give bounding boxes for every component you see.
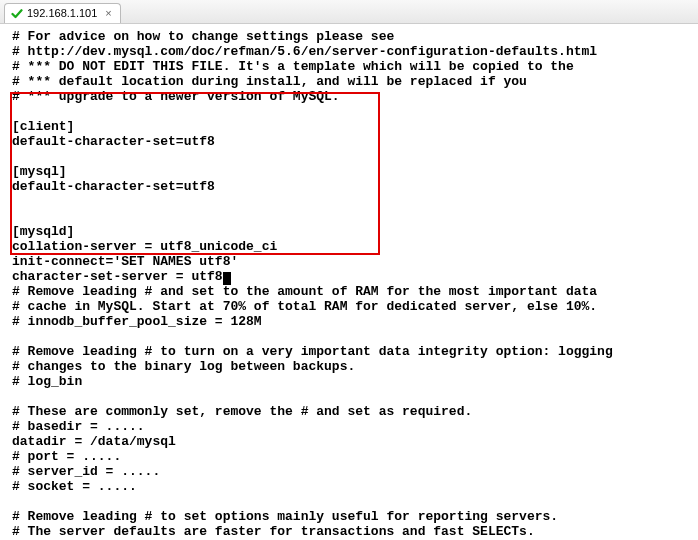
editor-line: [mysqld]	[12, 225, 686, 240]
editor-line: default-character-set=utf8	[12, 180, 686, 195]
editor-line: init-connect='SET NAMES utf8'	[12, 255, 686, 270]
editor-line: # basedir = .....	[12, 420, 686, 435]
editor-line: # Remove leading # to turn on a very imp…	[12, 345, 686, 360]
editor-line	[12, 495, 686, 510]
tab-title: 192.168.1.101	[27, 7, 97, 20]
editor-line: # log_bin	[12, 375, 686, 390]
editor-line: # Remove leading # to set options mainly…	[12, 510, 686, 525]
editor-line	[12, 195, 686, 210]
close-icon[interactable]: ×	[105, 7, 111, 20]
editor-line: # The server defaults are faster for tra…	[12, 525, 686, 540]
editor-line: # *** upgrade to a newer version of MySQ…	[12, 90, 686, 105]
editor-line: character-set-server = utf8	[12, 270, 686, 285]
editor-line: # changes to the binary log between back…	[12, 360, 686, 375]
editor-line: datadir = /data/mysql	[12, 435, 686, 450]
editor-line: # *** DO NOT EDIT THIS FILE. It's a temp…	[12, 60, 686, 75]
editor-line: collation-server = utf8_unicode_ci	[12, 240, 686, 255]
editor-line	[12, 330, 686, 345]
editor-line: # server_id = .....	[12, 465, 686, 480]
tab-session[interactable]: 192.168.1.101 ×	[4, 3, 121, 23]
editor-line: # port = .....	[12, 450, 686, 465]
editor-line: [client]	[12, 120, 686, 135]
editor-line: # cache in MySQL. Start at 70% of total …	[12, 300, 686, 315]
editor-viewport[interactable]: # For advice on how to change settings p…	[0, 24, 698, 540]
editor-line: # http://dev.mysql.com/doc/refman/5.6/en…	[12, 45, 686, 60]
editor-line: # *** default location during install, a…	[12, 75, 686, 90]
check-icon	[11, 8, 23, 20]
tab-bar: 192.168.1.101 ×	[0, 0, 698, 24]
editor-line: default-character-set=utf8	[12, 135, 686, 150]
editor-line: [mysql]	[12, 165, 686, 180]
editor-line: # Remove leading # and set to the amount…	[12, 285, 686, 300]
editor-line	[12, 105, 686, 120]
editor-line: # innodb_buffer_pool_size = 128M	[12, 315, 686, 330]
editor-line: # These are commonly set, remove the # a…	[12, 405, 686, 420]
editor-line	[12, 210, 686, 225]
editor-line	[12, 150, 686, 165]
editor-line	[12, 390, 686, 405]
editor-line: # socket = .....	[12, 480, 686, 495]
editor-line: # For advice on how to change settings p…	[12, 30, 686, 45]
